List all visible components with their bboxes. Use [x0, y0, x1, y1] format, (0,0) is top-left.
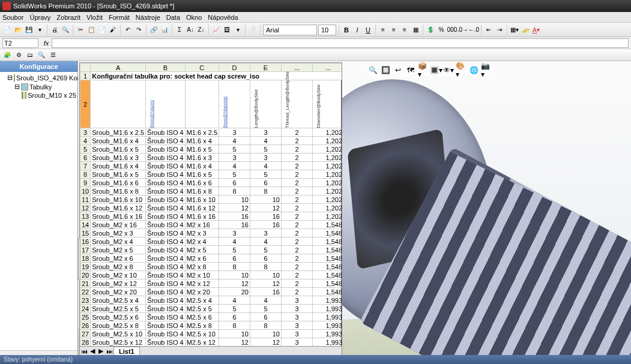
row-1-header[interactable]: 1	[80, 72, 91, 80]
cell[interactable]: Šroub ISO 4	[146, 296, 186, 305]
cell[interactable]: 5	[219, 305, 250, 313]
cell[interactable]: M2 x 6	[185, 254, 219, 263]
cell[interactable]: 1,548	[313, 237, 342, 246]
cell[interactable]: Sroub_M2 x 16	[91, 221, 146, 229]
cut-icon[interactable]: ✂	[76, 25, 85, 35]
row-header[interactable]: 9	[80, 179, 91, 187]
cell[interactable]: 1,202	[313, 154, 342, 162]
cell[interactable]: Sroub_M2 x 20	[91, 288, 146, 296]
cell[interactable]: Sroub_M2 x 10	[91, 271, 146, 279]
cell[interactable]: Sroub_M2.5 x 6	[91, 313, 146, 321]
print-icon[interactable]: 🖨	[50, 25, 59, 35]
italic-icon[interactable]: I	[352, 25, 362, 35]
open-icon[interactable]: 📂	[13, 25, 23, 35]
cell[interactable]: 3	[282, 305, 313, 313]
cell[interactable]: Sroub_M2 x 6	[91, 254, 146, 263]
menu-napoveda[interactable]: Nápověda	[208, 14, 238, 21]
cell[interactable]: Šroub ISO 4	[146, 254, 186, 263]
cell[interactable]: 12	[250, 338, 282, 347]
cell[interactable]: M1.6 x 4	[185, 162, 219, 170]
cell[interactable]: 6	[250, 179, 282, 187]
name-box[interactable]	[2, 38, 38, 48]
cell[interactable]: 6	[250, 313, 282, 321]
table-row[interactable]: 18Sroub_M2 x 6Šroub ISO 4M2 x 66621,5480…	[80, 254, 342, 263]
cell[interactable]: 3	[282, 313, 313, 321]
cell[interactable]: 2	[282, 271, 313, 279]
cell[interactable]: Šroub ISO 4	[146, 145, 186, 154]
table-row[interactable]: 8Sroub_M1.6 x 5Šroub ISO 4M1.6 x 55521,2…	[80, 170, 342, 179]
design-table-scroll[interactable]: ABCDE...........................NOPQR...…	[80, 63, 342, 346]
cell[interactable]: 10	[219, 195, 250, 204]
tree-tables[interactable]: ⊟Tabulky	[1, 82, 76, 91]
col-header[interactable]	[80, 64, 91, 72]
table-title[interactable]: Konfigurační tabulka pro: socket head ca…	[91, 72, 342, 80]
cell[interactable]: M2 x 3	[185, 229, 219, 237]
appearance-icon[interactable]: 🌐	[468, 65, 479, 76]
cell[interactable]: 2	[282, 137, 313, 145]
table-row[interactable]: 12Sroub_M1.6 x 12Šroub ISO 4M1.6 x 12121…	[80, 204, 342, 212]
cell[interactable]: 4	[250, 162, 282, 170]
col-header[interactable]: E	[250, 64, 282, 72]
tree-root[interactable]: ⊟Sroub_ISO_4269 Konfigurace	[1, 73, 76, 82]
cell[interactable]: 8	[250, 321, 282, 330]
cell[interactable]: 1,548	[313, 246, 342, 254]
cell[interactable]: 1,202	[313, 170, 342, 179]
cell[interactable]: 5	[219, 145, 250, 154]
cell[interactable]: Šroub ISO 4	[146, 313, 186, 321]
cell[interactable]: Šroub ISO 4	[146, 137, 186, 145]
copy-icon[interactable]: 📋	[86, 25, 96, 35]
cell[interactable]: 2	[282, 170, 313, 179]
cell[interactable]: Sroub_M1.6 x 12	[91, 204, 146, 212]
row-header[interactable]: 28	[80, 338, 91, 347]
indent-in-icon[interactable]: ⇥	[495, 25, 504, 35]
cell[interactable]: Šroub ISO 4	[146, 170, 186, 179]
cell[interactable]: Sroub_M1.6 x 4	[91, 162, 146, 170]
fill-color-icon[interactable]: ◢▾	[521, 25, 530, 35]
cell[interactable]: M2.5 x 8	[185, 321, 219, 330]
cell[interactable]: 2	[282, 229, 313, 237]
cell[interactable]: 4	[219, 237, 250, 246]
menu-data[interactable]: Data	[166, 14, 180, 21]
cell[interactable]: Sroub_M1.6 x 6	[91, 179, 146, 187]
cell[interactable]: 1,202	[313, 179, 342, 187]
menu-nastroje[interactable]: Nástroje	[136, 14, 160, 21]
cell[interactable]: M1.6 x 6	[185, 179, 219, 187]
cell[interactable]: 5	[250, 170, 282, 179]
cell[interactable]: Šroub ISO 4	[146, 195, 186, 204]
cell[interactable]: 2	[282, 279, 313, 288]
cell[interactable]: 1,202	[313, 212, 342, 221]
chart-icon[interactable]: 📊	[160, 25, 169, 35]
cell[interactable]: Šroub ISO 4	[146, 154, 186, 162]
cell[interactable]: Sroub_M1.6 x 10	[91, 195, 146, 204]
search-icon[interactable]: 🔍	[37, 50, 46, 60]
cell[interactable]: Šroub ISO 4	[146, 321, 186, 330]
save-icon[interactable]: 💾	[24, 25, 34, 35]
field-header[interactable]	[185, 80, 219, 128]
cell[interactable]: Šroub ISO 4	[146, 162, 186, 170]
row-header[interactable]: 12	[80, 204, 91, 212]
cell[interactable]: M2 x 16	[185, 221, 219, 229]
cell[interactable]: 20	[219, 288, 250, 296]
cell[interactable]: 2	[282, 128, 313, 137]
table-row[interactable]: 19Sroub_M2 x 8Šroub ISO 4M2 x 88821,5480…	[80, 263, 342, 271]
cell[interactable]: 1,202	[313, 204, 342, 212]
cell[interactable]: 1,993	[313, 305, 342, 313]
cell[interactable]: Šroub ISO 4	[146, 338, 186, 347]
font-name-select[interactable]	[263, 25, 317, 35]
cell[interactable]: 1,202	[313, 187, 342, 195]
table-row[interactable]: 13Sroub_M1.6 x 16Šroub ISO 4M1.6 x 16161…	[80, 212, 342, 221]
cell[interactable]: 16	[219, 212, 250, 221]
bold-icon[interactable]: B	[342, 25, 351, 35]
cell[interactable]: Šroub ISO 4	[146, 128, 186, 137]
cell[interactable]: 1,548	[313, 271, 342, 279]
cell[interactable]: 1,993	[313, 296, 342, 305]
cell[interactable]: Šroub ISO 4	[146, 288, 186, 296]
cell[interactable]: 10	[250, 330, 282, 338]
cell[interactable]: Šroub ISO 4	[146, 212, 186, 221]
font-color-icon[interactable]: A▾	[531, 25, 541, 35]
cell[interactable]: 4	[219, 162, 250, 170]
row-header[interactable]: 14	[80, 221, 91, 229]
cell[interactable]: 3	[250, 154, 282, 162]
row-2-header[interactable]: 2	[80, 80, 91, 128]
field-header[interactable]: Length@BodySke	[250, 80, 282, 128]
